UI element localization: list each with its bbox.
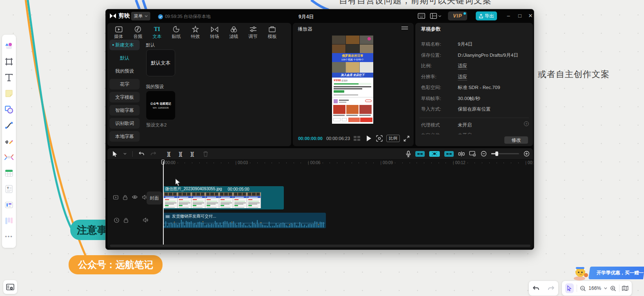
preview-focus-icon[interactable] bbox=[376, 135, 383, 142]
zoom-level[interactable]: 166% bbox=[588, 285, 601, 291]
text-category-新建文本[interactable]: 新建文本 bbox=[109, 40, 140, 50]
table-icon[interactable] bbox=[4, 165, 14, 181]
templates-icon[interactable] bbox=[4, 38, 14, 53]
presentation-mode-button[interactable] bbox=[3, 280, 17, 294]
window-minimize-button[interactable]: – bbox=[505, 13, 512, 19]
undo-icon[interactable] bbox=[533, 285, 540, 292]
lock-icon[interactable] bbox=[123, 195, 127, 200]
vip-button[interactable]: VIP bbox=[448, 11, 467, 20]
timeline-ruler[interactable]: 00:0000:0300:0600:0900:1200:15 bbox=[107, 160, 532, 166]
speaker-icon[interactable] bbox=[143, 218, 149, 223]
player-menu-icon[interactable] bbox=[401, 27, 408, 31]
redo-icon[interactable] bbox=[547, 285, 555, 292]
minimap-icon[interactable] bbox=[622, 285, 628, 292]
audio-track-type-icon bbox=[114, 218, 119, 223]
default-text-card[interactable]: 默认文本 bbox=[146, 49, 175, 76]
window-maximize-button[interactable]: □ bbox=[517, 13, 523, 19]
proxy-help-icon[interactable]: ? bbox=[524, 121, 529, 126]
video-preview[interactable]: 俄罗斯农村日常109个视频 十分钟/个加入会员 全店任下¥998 起现价 bbox=[332, 36, 373, 124]
preview-window-icon[interactable] bbox=[469, 151, 476, 156]
tab-特效[interactable]: 特效 bbox=[186, 24, 205, 40]
fullscreen-icon[interactable] bbox=[403, 136, 410, 142]
zoom-dropdown-caret[interactable] bbox=[604, 287, 607, 289]
zoom-out-icon[interactable] bbox=[580, 285, 586, 292]
split-left-icon[interactable]: ][ bbox=[179, 151, 183, 157]
timeline-zoom-slider[interactable] bbox=[491, 153, 519, 154]
text-category-花字[interactable]: 花字 bbox=[109, 79, 140, 89]
menu-button[interactable]: 菜单 bbox=[131, 12, 150, 20]
undo-icon[interactable] bbox=[138, 151, 145, 157]
timeline-panel: ][ ][ ][ 00:0000:0300:0600:0900:1 bbox=[107, 148, 533, 249]
shortcut-keyboard-icon[interactable] bbox=[418, 13, 425, 19]
audio-clip-name: 发货撤销开发商可交付... bbox=[172, 214, 216, 219]
timeline-zoom-in-icon[interactable] bbox=[524, 151, 530, 157]
text-category-本地字幕[interactable]: 本地字幕 bbox=[109, 131, 140, 142]
split-icon[interactable]: ][ bbox=[167, 151, 171, 157]
document-icon[interactable]: T bbox=[4, 181, 14, 197]
delete-icon[interactable] bbox=[203, 151, 208, 157]
tab-音频[interactable]: 音频 bbox=[128, 24, 147, 40]
clip-thumbnail bbox=[192, 192, 205, 208]
eye-icon[interactable] bbox=[132, 195, 138, 199]
text-category-智能字幕[interactable]: 智能字幕 bbox=[109, 105, 140, 116]
timeline-scrollbar[interactable] bbox=[110, 245, 530, 247]
promo-banner[interactable]: 开学季优惠，买一赠一 bbox=[588, 267, 644, 279]
more-icon[interactable]: ••• bbox=[4, 229, 14, 245]
redo-icon[interactable] bbox=[150, 151, 156, 157]
shapes-icon[interactable] bbox=[4, 101, 14, 117]
tab-调节[interactable]: 调节 bbox=[243, 24, 263, 40]
chevron-down-icon bbox=[145, 15, 148, 17]
mindmap-node-account[interactable]: 公众号：远航笔记 bbox=[69, 255, 163, 274]
zoom-in-icon[interactable] bbox=[610, 285, 616, 292]
split-right-icon[interactable]: ][ bbox=[190, 151, 194, 157]
tab-贴纸[interactable]: 贴纸 bbox=[167, 24, 186, 40]
svg-text:T: T bbox=[7, 186, 9, 190]
auto-snap-toggle[interactable] bbox=[415, 151, 425, 157]
sticky-note-icon[interactable] bbox=[4, 85, 14, 101]
record-voiceover-icon[interactable] bbox=[406, 151, 411, 157]
play-button[interactable] bbox=[367, 136, 371, 141]
link-toggle[interactable] bbox=[444, 151, 454, 157]
timeline-zoom-out-icon[interactable] bbox=[481, 151, 487, 157]
modify-button[interactable]: 修改 bbox=[504, 136, 528, 144]
card-icon[interactable] bbox=[4, 197, 14, 213]
pen-icon[interactable] bbox=[4, 133, 14, 149]
connector-icon[interactable] bbox=[4, 117, 14, 133]
text-category-文字模板[interactable]: 文字模板 bbox=[109, 92, 140, 102]
select-tool-icon[interactable] bbox=[112, 151, 118, 157]
text-category-我的预设[interactable]: 我的预设 bbox=[109, 66, 140, 76]
layout-switch-icon[interactable] bbox=[430, 13, 441, 19]
kanban-icon[interactable] bbox=[4, 213, 14, 229]
preview-axis-toggle[interactable] bbox=[429, 151, 440, 157]
cover-button[interactable]: 封面 bbox=[147, 191, 162, 205]
video-clip[interactable]: 微信图片_20230904093055.jpg 00:00:05:00 bbox=[163, 186, 284, 209]
audio-clip[interactable]: 发货撤销开发商可交付... bbox=[163, 213, 326, 228]
tab-媒体[interactable]: 媒体 bbox=[109, 24, 128, 40]
param-row: 保存位置:D:/JianyingPro Drafts/9月4日 bbox=[421, 52, 529, 59]
window-close-button[interactable]: ✕ bbox=[527, 13, 534, 19]
preview-quality-icon[interactable] bbox=[354, 136, 360, 141]
text-tool-icon[interactable] bbox=[4, 69, 14, 85]
mindmap-icon[interactable] bbox=[4, 149, 14, 165]
current-time: 00:00:00:00 bbox=[298, 136, 323, 141]
tab-滤镜[interactable]: 滤镜 bbox=[224, 24, 243, 40]
select-cursor-button[interactable] bbox=[565, 283, 574, 293]
section-label-presets: 我的预设 bbox=[146, 84, 164, 90]
text-category-默认[interactable]: 默认 bbox=[109, 53, 140, 63]
preset-text-card[interactable]: 公众号 远航笔记 WX: 11830335 bbox=[146, 91, 175, 120]
tab-模板[interactable]: 模板 bbox=[263, 24, 282, 40]
frame-icon[interactable] bbox=[4, 53, 14, 69]
split-track-icon[interactable] bbox=[458, 151, 465, 156]
aspect-ratio-button[interactable]: 比例 bbox=[386, 135, 400, 142]
lock-icon[interactable] bbox=[124, 218, 128, 223]
clip-thumbnail bbox=[233, 192, 247, 208]
param-label: 比例: bbox=[421, 63, 458, 69]
timeline-zoom-slider-handle[interactable] bbox=[495, 151, 498, 156]
tab-转场[interactable]: 转场 bbox=[205, 24, 224, 40]
export-button[interactable]: 导出 bbox=[476, 11, 497, 20]
playhead[interactable] bbox=[163, 160, 164, 245]
menu-label: 菜单 bbox=[134, 13, 143, 19]
select-tool-caret[interactable] bbox=[123, 153, 127, 155]
tab-文本[interactable]: TI文本 bbox=[147, 24, 167, 40]
text-category-识别歌词[interactable]: 识别歌词 bbox=[109, 118, 140, 129]
